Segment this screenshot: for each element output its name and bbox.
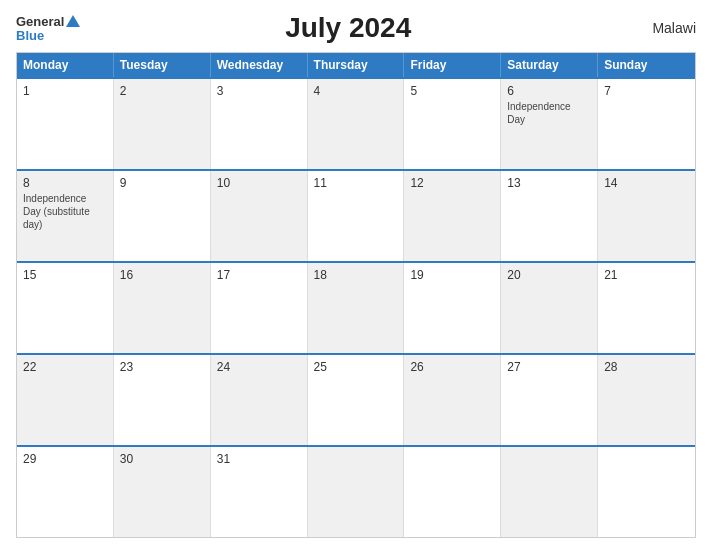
logo-general-text: General — [16, 15, 64, 28]
day-number: 16 — [120, 268, 204, 282]
header-day-monday: Monday — [17, 53, 114, 77]
day-number: 29 — [23, 452, 107, 466]
cal-cell — [501, 447, 598, 537]
day-number: 20 — [507, 268, 591, 282]
cal-cell: 1 — [17, 79, 114, 169]
calendar: MondayTuesdayWednesdayThursdayFridaySatu… — [16, 52, 696, 538]
week-row-0: 123456Independence Day7 — [17, 77, 695, 169]
day-number: 5 — [410, 84, 494, 98]
day-number: 28 — [604, 360, 689, 374]
cal-cell: 11 — [308, 171, 405, 261]
day-number: 8 — [23, 176, 107, 190]
cal-cell: 21 — [598, 263, 695, 353]
cal-cell: 5 — [404, 79, 501, 169]
cal-cell: 30 — [114, 447, 211, 537]
week-row-3: 22232425262728 — [17, 353, 695, 445]
logo: General Blue — [16, 15, 80, 42]
cal-cell: 22 — [17, 355, 114, 445]
day-number: 1 — [23, 84, 107, 98]
day-number: 12 — [410, 176, 494, 190]
day-number: 14 — [604, 176, 689, 190]
day-number: 21 — [604, 268, 689, 282]
cal-cell: 3 — [211, 79, 308, 169]
header-day-sunday: Sunday — [598, 53, 695, 77]
day-number: 18 — [314, 268, 398, 282]
day-number: 10 — [217, 176, 301, 190]
cal-cell: 16 — [114, 263, 211, 353]
day-number: 4 — [314, 84, 398, 98]
day-number: 26 — [410, 360, 494, 374]
event-label: Independence Day (substitute day) — [23, 192, 107, 231]
header-day-thursday: Thursday — [308, 53, 405, 77]
cal-cell: 20 — [501, 263, 598, 353]
logo-triangle-icon — [66, 15, 80, 27]
week-row-4: 293031 — [17, 445, 695, 537]
cal-cell: 13 — [501, 171, 598, 261]
week-row-2: 15161718192021 — [17, 261, 695, 353]
header-day-tuesday: Tuesday — [114, 53, 211, 77]
cal-cell: 4 — [308, 79, 405, 169]
logo-wrapper: General Blue — [16, 15, 80, 42]
cal-cell: 28 — [598, 355, 695, 445]
day-number: 27 — [507, 360, 591, 374]
week-row-1: 8Independence Day (substitute day)910111… — [17, 169, 695, 261]
cal-cell: 26 — [404, 355, 501, 445]
country-label: Malawi — [616, 20, 696, 36]
cal-cell: 23 — [114, 355, 211, 445]
calendar-header: MondayTuesdayWednesdayThursdayFridaySatu… — [17, 53, 695, 77]
cal-cell: 17 — [211, 263, 308, 353]
day-number: 2 — [120, 84, 204, 98]
header-day-saturday: Saturday — [501, 53, 598, 77]
cal-cell: 6Independence Day — [501, 79, 598, 169]
day-number: 30 — [120, 452, 204, 466]
cal-cell: 24 — [211, 355, 308, 445]
cal-cell: 18 — [308, 263, 405, 353]
day-number: 15 — [23, 268, 107, 282]
day-number: 31 — [217, 452, 301, 466]
day-number: 9 — [120, 176, 204, 190]
cal-cell: 9 — [114, 171, 211, 261]
day-number: 24 — [217, 360, 301, 374]
cal-cell: 29 — [17, 447, 114, 537]
day-number: 7 — [604, 84, 689, 98]
day-number: 23 — [120, 360, 204, 374]
day-number: 17 — [217, 268, 301, 282]
cal-cell: 8Independence Day (substitute day) — [17, 171, 114, 261]
cal-cell: 2 — [114, 79, 211, 169]
cal-cell: 31 — [211, 447, 308, 537]
cal-cell: 12 — [404, 171, 501, 261]
calendar-title: July 2024 — [80, 12, 616, 44]
day-number: 19 — [410, 268, 494, 282]
cal-cell: 14 — [598, 171, 695, 261]
page: General Blue July 2024 Malawi MondayTues… — [0, 0, 712, 550]
event-label: Independence Day — [507, 100, 591, 126]
cal-cell: 15 — [17, 263, 114, 353]
day-number: 6 — [507, 84, 591, 98]
header: General Blue July 2024 Malawi — [16, 12, 696, 44]
cal-cell — [308, 447, 405, 537]
cal-cell: 10 — [211, 171, 308, 261]
cal-cell: 19 — [404, 263, 501, 353]
calendar-body: 123456Independence Day78Independence Day… — [17, 77, 695, 537]
cal-cell — [598, 447, 695, 537]
day-number: 13 — [507, 176, 591, 190]
day-number: 11 — [314, 176, 398, 190]
cal-cell — [404, 447, 501, 537]
day-number: 25 — [314, 360, 398, 374]
logo-top-row: General — [16, 15, 80, 29]
header-day-friday: Friday — [404, 53, 501, 77]
cal-cell: 27 — [501, 355, 598, 445]
day-number: 22 — [23, 360, 107, 374]
logo-blue-text: Blue — [16, 29, 44, 42]
day-number: 3 — [217, 84, 301, 98]
header-day-wednesday: Wednesday — [211, 53, 308, 77]
cal-cell: 7 — [598, 79, 695, 169]
cal-cell: 25 — [308, 355, 405, 445]
